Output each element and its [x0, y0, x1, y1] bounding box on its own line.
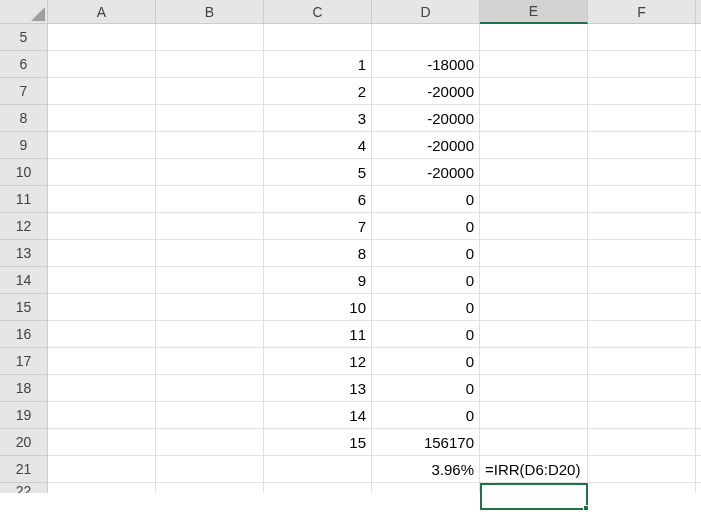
- cell-D14[interactable]: 0: [372, 267, 480, 294]
- cell-B8[interactable]: [156, 105, 264, 132]
- cell-F9[interactable]: [588, 132, 696, 159]
- cell-E12[interactable]: [480, 213, 588, 240]
- cell-C6[interactable]: 1: [264, 51, 372, 78]
- cell-E14[interactable]: [480, 267, 588, 294]
- cell-D22[interactable]: [372, 483, 480, 493]
- row-header-12[interactable]: 12: [0, 213, 48, 240]
- cell-C12[interactable]: 7: [264, 213, 372, 240]
- cell-A13[interactable]: [48, 240, 156, 267]
- cell-D8[interactable]: -20000: [372, 105, 480, 132]
- cell-B5[interactable]: [156, 24, 264, 51]
- col-header-C[interactable]: C: [264, 0, 372, 24]
- cell-E11[interactable]: [480, 186, 588, 213]
- cell-E21[interactable]: =IRR(D6:D20): [480, 456, 588, 483]
- cell-C18[interactable]: 13: [264, 375, 372, 402]
- cell-B15[interactable]: [156, 294, 264, 321]
- cell-A8[interactable]: [48, 105, 156, 132]
- cell-C20[interactable]: 15: [264, 429, 372, 456]
- cell-B11[interactable]: [156, 186, 264, 213]
- cell-B13[interactable]: [156, 240, 264, 267]
- cell-F21[interactable]: [588, 456, 696, 483]
- cell-C15[interactable]: 10: [264, 294, 372, 321]
- cell-C17[interactable]: 12: [264, 348, 372, 375]
- cell-A5[interactable]: [48, 24, 156, 51]
- cell-A7[interactable]: [48, 78, 156, 105]
- col-header-F[interactable]: F: [588, 0, 696, 24]
- row-header-8[interactable]: 8: [0, 105, 48, 132]
- row-header-16[interactable]: 16: [0, 321, 48, 348]
- cell-C13[interactable]: 8: [264, 240, 372, 267]
- cell-F19[interactable]: [588, 402, 696, 429]
- cell-C10[interactable]: 5: [264, 159, 372, 186]
- cell-F20[interactable]: [588, 429, 696, 456]
- cell-B18[interactable]: [156, 375, 264, 402]
- cell-F13[interactable]: [588, 240, 696, 267]
- row-header-10[interactable]: 10: [0, 159, 48, 186]
- row-header-15[interactable]: 15: [0, 294, 48, 321]
- cell-F17[interactable]: [588, 348, 696, 375]
- cell-E18[interactable]: [480, 375, 588, 402]
- row-header-20[interactable]: 20: [0, 429, 48, 456]
- cell-E17[interactable]: [480, 348, 588, 375]
- cell-B22[interactable]: [156, 483, 264, 493]
- cell-A6[interactable]: [48, 51, 156, 78]
- cell-E16[interactable]: [480, 321, 588, 348]
- row-header-5[interactable]: 5: [0, 24, 48, 51]
- cell-E22[interactable]: [480, 483, 588, 493]
- row-header-7[interactable]: 7: [0, 78, 48, 105]
- cell-F15[interactable]: [588, 294, 696, 321]
- cell-D10[interactable]: -20000: [372, 159, 480, 186]
- row-header-18[interactable]: 18: [0, 375, 48, 402]
- cell-F5[interactable]: [588, 24, 696, 51]
- fill-handle-icon[interactable]: [583, 505, 589, 511]
- cell-A20[interactable]: [48, 429, 156, 456]
- cell-D21[interactable]: 3.96%: [372, 456, 480, 483]
- cell-D18[interactable]: 0: [372, 375, 480, 402]
- cell-E9[interactable]: [480, 132, 588, 159]
- cell-A18[interactable]: [48, 375, 156, 402]
- cell-A22[interactable]: [48, 483, 156, 493]
- cell-B16[interactable]: [156, 321, 264, 348]
- cell-F14[interactable]: [588, 267, 696, 294]
- cell-D19[interactable]: 0: [372, 402, 480, 429]
- spreadsheet-grid[interactable]: A B C D E F 5 6 1 -18000 7 2 -20000 8 3 …: [0, 0, 701, 493]
- cell-E13[interactable]: [480, 240, 588, 267]
- row-header-17[interactable]: 17: [0, 348, 48, 375]
- cell-D15[interactable]: 0: [372, 294, 480, 321]
- cell-C22[interactable]: [264, 483, 372, 493]
- cell-C7[interactable]: 2: [264, 78, 372, 105]
- cell-F16[interactable]: [588, 321, 696, 348]
- cell-B9[interactable]: [156, 132, 264, 159]
- cell-A12[interactable]: [48, 213, 156, 240]
- row-header-19[interactable]: 19: [0, 402, 48, 429]
- cell-D7[interactable]: -20000: [372, 78, 480, 105]
- cell-B10[interactable]: [156, 159, 264, 186]
- cell-D11[interactable]: 0: [372, 186, 480, 213]
- cell-A11[interactable]: [48, 186, 156, 213]
- cell-D12[interactable]: 0: [372, 213, 480, 240]
- col-header-A[interactable]: A: [48, 0, 156, 24]
- cell-B17[interactable]: [156, 348, 264, 375]
- cell-D13[interactable]: 0: [372, 240, 480, 267]
- cell-E8[interactable]: [480, 105, 588, 132]
- row-header-13[interactable]: 13: [0, 240, 48, 267]
- cell-F22[interactable]: [588, 483, 696, 493]
- cell-A16[interactable]: [48, 321, 156, 348]
- cell-E20[interactable]: [480, 429, 588, 456]
- cell-A10[interactable]: [48, 159, 156, 186]
- cell-D16[interactable]: 0: [372, 321, 480, 348]
- cell-D9[interactable]: -20000: [372, 132, 480, 159]
- cell-D5[interactable]: [372, 24, 480, 51]
- cell-F18[interactable]: [588, 375, 696, 402]
- cell-C14[interactable]: 9: [264, 267, 372, 294]
- row-header-14[interactable]: 14: [0, 267, 48, 294]
- cell-B21[interactable]: [156, 456, 264, 483]
- cell-C11[interactable]: 6: [264, 186, 372, 213]
- col-header-E[interactable]: E: [480, 0, 588, 24]
- cell-F12[interactable]: [588, 213, 696, 240]
- cell-F11[interactable]: [588, 186, 696, 213]
- cell-E19[interactable]: [480, 402, 588, 429]
- cell-D17[interactable]: 0: [372, 348, 480, 375]
- cell-F8[interactable]: [588, 105, 696, 132]
- cell-F6[interactable]: [588, 51, 696, 78]
